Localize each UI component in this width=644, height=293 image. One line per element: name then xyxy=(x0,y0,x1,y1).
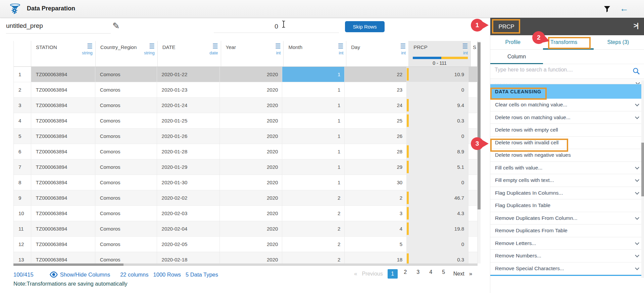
cell[interactable]: 1 xyxy=(282,129,345,144)
transform-item[interactable]: Remove Special Characters... xyxy=(490,262,644,275)
transform-item[interactable]: Delete rows on matching value... xyxy=(490,111,644,124)
show-hide-columns-button[interactable]: Show/Hide Columns xyxy=(50,272,110,278)
cell[interactable]: 2 xyxy=(282,221,345,236)
table-row[interactable]: 12 TZ000063894 Comoros 2020-02-05 2020 2… xyxy=(14,237,478,252)
transform-item[interactable]: Fill cells with value... xyxy=(490,162,644,175)
table-row[interactable]: 3 TZ000063894 Comoros 2020-01-24 2020 1 … xyxy=(14,98,478,113)
page-button-5[interactable]: 5 xyxy=(439,269,449,279)
table-row[interactable]: 1 TZ000063894 Comoros 2020-01-22 2020 1 … xyxy=(14,67,478,82)
tab-steps-3-[interactable]: Steps (3) xyxy=(607,39,629,45)
chevron-down-icon xyxy=(635,215,639,220)
column-tools-panel: PRCP >| ProfileTransformsSteps (3) Colum… xyxy=(490,18,644,293)
chevron-down-icon xyxy=(635,266,639,270)
cell[interactable]: 2 xyxy=(282,206,345,221)
cell[interactable]: 1 xyxy=(282,82,345,97)
collapse-panel-icon[interactable]: >| xyxy=(634,22,638,30)
column-header-date[interactable]: DATE ☰ date xyxy=(158,41,221,66)
skip-rows-input[interactable]: 0 xyxy=(214,20,339,33)
function-search-input[interactable] xyxy=(495,67,629,73)
selected-cell[interactable]: 1 xyxy=(282,67,345,82)
row-counter: 100/415 xyxy=(13,272,34,278)
skip-rows-button[interactable]: Skip Rows xyxy=(345,21,385,32)
filter-icon[interactable] xyxy=(603,5,611,13)
prev-page-arrow[interactable]: « xyxy=(354,271,357,277)
pagination: « Previous 12345 Next » xyxy=(354,268,472,279)
search-icon[interactable] xyxy=(633,67,640,75)
column-menu-icon[interactable]: ☰ xyxy=(338,43,343,49)
transform-item[interactable]: Remove Numbers... xyxy=(490,250,644,262)
page-button-1[interactable]: 1 xyxy=(388,269,398,279)
table-row[interactable]: 9 TZ000063894 Comoros 2020-02-02 2020 2 … xyxy=(14,190,478,206)
column-menu-icon[interactable]: ☰ xyxy=(462,43,468,49)
column-menu-icon[interactable]: ☰ xyxy=(212,43,218,49)
chevron-down-icon xyxy=(636,81,640,84)
cell[interactable]: 1 xyxy=(282,175,345,190)
transform-item[interactable]: Flag Duplicates In Table xyxy=(490,199,644,212)
panel-scrollbar[interactable] xyxy=(641,81,644,278)
cell[interactable]: 1 xyxy=(282,159,345,175)
transform-item[interactable]: Delete rows with negative values xyxy=(490,149,644,162)
table-row[interactable]: 8 TZ000063894 Comoros 2020-01-30 2020 1 … xyxy=(14,175,478,190)
column-header-country_region[interactable]: Country_Region ☰ string xyxy=(96,41,158,66)
transform-item[interactable]: Delete rows with empty cell xyxy=(490,124,644,137)
cell[interactable]: 2 xyxy=(282,237,345,252)
next-page-button[interactable]: Next xyxy=(453,271,464,277)
chevron-down-icon xyxy=(635,115,639,119)
tab-transforms[interactable]: Transforms xyxy=(550,39,577,45)
table-row[interactable]: 13 TZ000063894 Comoros 2020-02-18 2020 2… xyxy=(14,252,478,263)
dataset-name-field[interactable]: untitled_prep xyxy=(6,22,111,34)
next-page-arrow[interactable]: » xyxy=(469,271,472,277)
column-header-month[interactable]: Month ☰ int xyxy=(284,41,346,66)
prcp-value-bar xyxy=(407,145,409,158)
chevron-down-icon xyxy=(635,253,639,257)
edit-pencil-icon[interactable]: ✎ xyxy=(112,21,120,31)
quality-bar xyxy=(413,57,468,59)
grid-horizontal-scrollbar[interactable] xyxy=(13,263,478,266)
top-app-bar: Data Preparation ← xyxy=(0,0,644,18)
tab-profile[interactable]: Profile xyxy=(505,39,521,45)
app-logo-funnel-gear-icon xyxy=(9,3,21,15)
chevron-down-icon xyxy=(635,190,639,195)
transform-item[interactable]: Clear cells on matching value... xyxy=(490,99,644,111)
prev-page-button[interactable]: Previous xyxy=(362,271,383,277)
page-button-2[interactable]: 2 xyxy=(400,269,410,279)
transform-item[interactable]: Remove Duplicates From Table xyxy=(490,225,644,237)
table-row[interactable]: 11 TZ000063894 Comoros 2020-02-04 2020 2… xyxy=(14,221,478,237)
prcp-value-bar xyxy=(407,192,409,204)
column-menu-icon[interactable]: ☰ xyxy=(87,43,93,49)
column-header-day[interactable]: Day ☰ int xyxy=(346,41,409,66)
cell[interactable]: 1 xyxy=(282,144,345,159)
clipped-list-item[interactable]: . . . . . . . . . xyxy=(490,79,644,84)
page-button-4[interactable]: 4 xyxy=(426,269,436,279)
page-button-3[interactable]: 3 xyxy=(413,269,423,279)
transform-item[interactable]: Fill empty cells with text... xyxy=(490,174,644,187)
chevron-down-icon xyxy=(635,241,639,245)
transform-item[interactable]: Delete rows with invalid cell xyxy=(490,137,644,149)
grid-vertical-scrollbar[interactable] xyxy=(478,41,481,263)
transform-item[interactable]: Flag Duplicates In Columns... xyxy=(490,187,644,200)
table-row[interactable]: 7 TZ000063894 Comoros 2020-01-29 2020 1 … xyxy=(14,159,478,175)
column-header-station[interactable]: STATION ☰ string xyxy=(31,41,96,66)
cell[interactable]: 2 xyxy=(282,252,345,263)
table-row[interactable]: 2 TZ000063894 Comoros 2020-01-23 2020 1 … xyxy=(14,82,478,98)
column-header-year[interactable]: Year ☰ int xyxy=(221,41,284,66)
chevron-down-icon xyxy=(635,102,639,106)
prcp-value-bar xyxy=(407,114,409,127)
cell[interactable]: 2 xyxy=(282,190,345,205)
column-header-prcp[interactable]: PRCP ☰ int 0 - 111 xyxy=(409,41,471,66)
column-menu-icon[interactable]: ☰ xyxy=(275,43,281,49)
transform-item[interactable]: Remove Duplicates From Column... xyxy=(490,212,644,225)
column-menu-icon[interactable]: ☰ xyxy=(149,43,155,49)
table-row[interactable]: 10 TZ000063894 Comoros 2020-02-03 2020 2… xyxy=(14,206,478,221)
cell[interactable]: 1 xyxy=(282,113,345,128)
column-menu-icon[interactable]: ☰ xyxy=(400,43,406,49)
list-end-divider xyxy=(490,275,644,276)
transform-item[interactable]: Remove Letters... xyxy=(490,237,644,250)
prcp-value-bar xyxy=(407,99,409,111)
table-row[interactable]: 6 TZ000063894 Comoros 2020-01-28 2020 1 … xyxy=(14,144,478,159)
table-row[interactable]: 4 TZ000063894 Comoros 2020-01-25 2020 1 … xyxy=(14,113,478,129)
table-row[interactable]: 5 TZ000063894 Comoros 2020-01-26 2020 1 … xyxy=(14,129,478,144)
back-arrow-icon[interactable]: ← xyxy=(620,3,629,14)
cell[interactable]: 1 xyxy=(282,98,345,113)
tab-column[interactable]: Column xyxy=(490,54,543,60)
